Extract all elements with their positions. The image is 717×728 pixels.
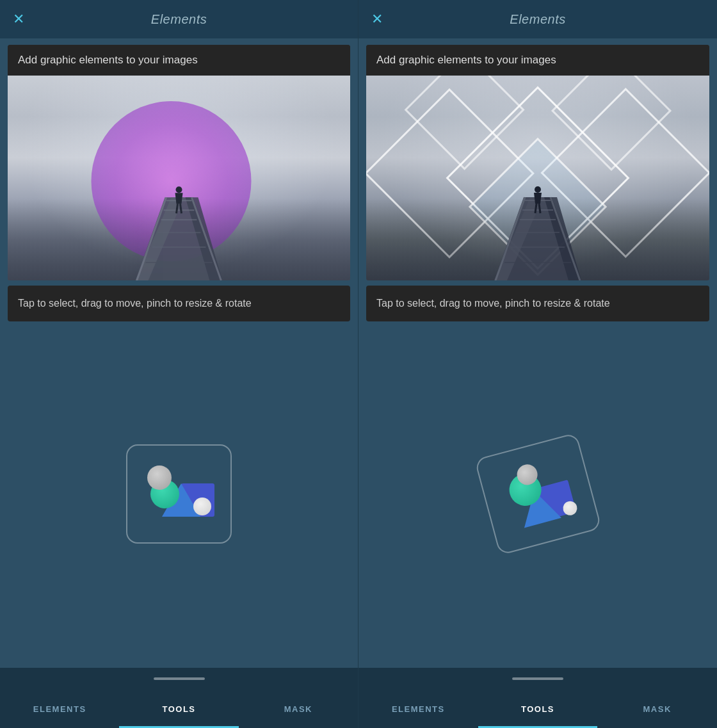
right-elements-box[interactable] [474, 432, 601, 555]
svg-line-14 [180, 204, 181, 213]
svg-marker-12 [175, 193, 183, 204]
right-image-card: Add graphic elements to your images [366, 45, 709, 280]
left-home-indicator [154, 677, 205, 680]
left-image-card: Add graphic elements to your images [8, 45, 350, 280]
right-home-indicator-area [358, 668, 717, 690]
left-shapes-group [144, 465, 214, 523]
svg-marker-33 [534, 193, 542, 204]
panels-container: ✕ Elements Add graphic elements to your … [0, 0, 717, 728]
left-tab-elements-label: ELEMENTS [33, 704, 86, 714]
left-header: ✕ Elements [0, 0, 358, 38]
left-elements-box[interactable] [126, 444, 232, 544]
right-tab-mask[interactable]: MASK [597, 690, 717, 728]
svg-point-11 [176, 186, 182, 193]
left-shape-circle-white [193, 497, 211, 515]
right-header: ✕ Elements [358, 0, 717, 38]
right-instructions-card: Tap to select, drag to move, pinch to re… [366, 286, 709, 321]
svg-line-35 [539, 204, 540, 213]
svg-line-34 [535, 204, 536, 213]
svg-line-13 [177, 204, 178, 213]
right-tab-elements-label: ELEMENTS [392, 704, 445, 714]
right-content: Add graphic elements to your images [358, 38, 717, 668]
right-tab-tools-label: TOOLS [521, 704, 554, 714]
left-bottom-nav: ELEMENTS TOOLS MASK [0, 690, 358, 728]
right-image-card-header: Add graphic elements to your images [366, 45, 709, 76]
left-tab-tools-label: TOOLS [162, 704, 195, 714]
right-tab-mask-label: MASK [643, 704, 672, 714]
right-shapes-group [496, 457, 579, 531]
right-instructions-text: Tap to select, drag to move, pinch to re… [376, 298, 610, 309]
left-shape-circle-gray [147, 465, 172, 490]
left-home-indicator-area [0, 668, 358, 690]
left-tab-elements[interactable]: ELEMENTS [0, 690, 119, 728]
right-header-title: Elements [510, 12, 565, 27]
right-tab-elements[interactable]: ELEMENTS [358, 690, 478, 728]
left-dock-svg [8, 76, 350, 280]
left-content: Add graphic elements to your images [0, 38, 358, 668]
right-dock-svg [366, 76, 709, 280]
right-close-button[interactable]: ✕ [371, 11, 383, 28]
left-image-card-header: Add graphic elements to your images [8, 45, 350, 76]
right-image-card-title: Add graphic elements to your images [376, 54, 556, 66]
svg-point-32 [535, 186, 541, 193]
right-tab-tools[interactable]: TOOLS [478, 690, 598, 728]
right-elements-area [366, 327, 709, 661]
left-panel: ✕ Elements Add graphic elements to your … [0, 0, 358, 728]
left-instructions-text: Tap to select, drag to move, pinch to re… [18, 298, 252, 309]
left-tab-tools[interactable]: TOOLS [119, 690, 238, 728]
left-instructions-card: Tap to select, drag to move, pinch to re… [8, 286, 350, 321]
left-image-card-title: Add graphic elements to your images [18, 54, 198, 66]
right-bottom-nav: ELEMENTS TOOLS MASK [358, 690, 717, 728]
left-tab-mask-label: MASK [284, 704, 312, 714]
right-image-preview[interactable] [366, 76, 709, 280]
left-close-button[interactable]: ✕ [13, 11, 24, 28]
left-image-preview[interactable] [8, 76, 350, 280]
left-tab-mask[interactable]: MASK [239, 690, 358, 728]
right-panel: ✕ Elements Add graphic elements to your … [358, 0, 717, 728]
left-elements-area [8, 327, 350, 661]
left-header-title: Elements [151, 12, 207, 27]
right-home-indicator [512, 677, 563, 680]
